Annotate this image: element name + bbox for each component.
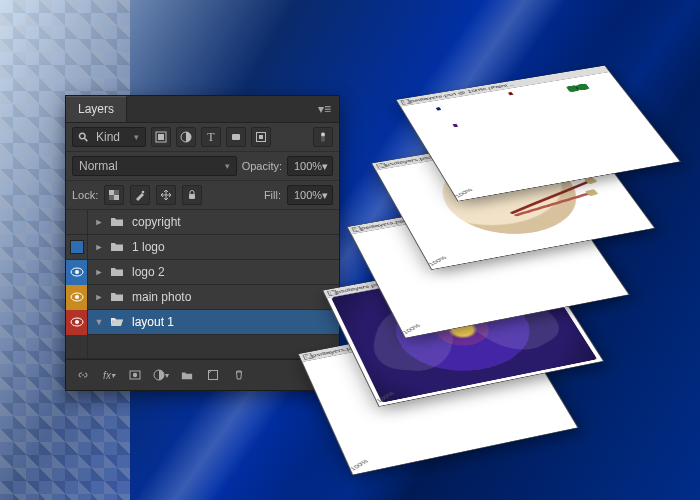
doc-title: psdlayers.psd @ 100% (Paint... bbox=[409, 67, 606, 103]
panel-footer: fx▾ ▾ bbox=[66, 359, 339, 390]
canvas-card: ☐psdlayers.psd @ 100 100% bbox=[322, 251, 604, 407]
folder-icon bbox=[110, 215, 124, 230]
zoom-label: 100% bbox=[453, 187, 475, 199]
disclosure-triangle-icon[interactable]: ► bbox=[92, 217, 106, 227]
layer-fx-icon[interactable]: fx▾ bbox=[98, 365, 120, 385]
svg-rect-3 bbox=[232, 134, 240, 140]
chevron-down-icon: ▾ bbox=[322, 160, 328, 173]
panel-tabbar: Layers ▾≡ bbox=[66, 96, 339, 123]
svg-rect-9 bbox=[114, 195, 119, 200]
zoom-label: 100% bbox=[374, 390, 396, 403]
disclosure-triangle-icon[interactable]: ► bbox=[92, 242, 106, 252]
new-adjustment-icon[interactable]: ▾ bbox=[150, 365, 172, 385]
folder-open-icon bbox=[110, 315, 124, 330]
layer-name[interactable]: main photo bbox=[132, 290, 191, 304]
layer-row[interactable]: ► 1 logo bbox=[66, 235, 339, 260]
zoom-label: 100% bbox=[427, 255, 449, 267]
disclosure-triangle-icon[interactable]: ▼ bbox=[92, 317, 106, 327]
eye-icon bbox=[70, 292, 84, 302]
svg-rect-11 bbox=[109, 195, 114, 200]
layer-stack-illustration: ☐psdlayers.psd @ 100% (Paint... 100% ☐ps… bbox=[300, 30, 640, 450]
layers-panel: Layers ▾≡ ⚲ Kind ▾ T Normal ▾ Opacity: bbox=[65, 95, 340, 391]
doc-title: psdlayers.psd @ 100 bbox=[360, 191, 558, 231]
lock-move-icon[interactable] bbox=[156, 185, 176, 205]
eye-icon bbox=[70, 267, 84, 277]
chevron-down-icon: ▾ bbox=[322, 189, 328, 202]
disclosure-triangle-icon[interactable]: ► bbox=[92, 292, 106, 302]
svg-point-15 bbox=[75, 270, 79, 274]
lock-paint-icon[interactable] bbox=[130, 185, 150, 205]
add-mask-icon[interactable] bbox=[124, 365, 146, 385]
lock-transparency-icon[interactable] bbox=[104, 185, 124, 205]
color-chip-none bbox=[70, 215, 84, 229]
doc-title: psdlayers.psd @ 100 bbox=[335, 253, 534, 294]
svg-rect-1 bbox=[158, 134, 164, 140]
color-chip-blue bbox=[70, 240, 84, 254]
filter-text-icon[interactable]: T bbox=[201, 127, 221, 147]
filter-kind-select[interactable]: ⚲ Kind ▾ bbox=[72, 127, 146, 147]
layer-name[interactable]: copyright bbox=[132, 215, 181, 229]
search-icon: ⚲ bbox=[75, 129, 91, 145]
opacity-label: Opacity: bbox=[242, 160, 282, 172]
filter-pixel-icon[interactable] bbox=[151, 127, 171, 147]
visibility-toggle[interactable] bbox=[66, 310, 88, 335]
new-group-icon[interactable] bbox=[176, 365, 198, 385]
tab-layers[interactable]: Layers bbox=[66, 96, 127, 122]
layer-row[interactable]: ► main photo bbox=[66, 285, 339, 310]
svg-point-12 bbox=[142, 191, 145, 194]
folder-icon bbox=[110, 290, 124, 305]
layer-row[interactable]: ▼ layout 1 bbox=[66, 310, 339, 335]
blend-mode-select[interactable]: Normal ▾ bbox=[72, 156, 237, 176]
doc-title: psdlayers.psd @ 100 bbox=[384, 129, 582, 167]
lock-all-icon[interactable] bbox=[182, 185, 202, 205]
new-layer-icon[interactable] bbox=[202, 365, 224, 385]
filter-toggle-switch[interactable] bbox=[313, 127, 333, 147]
layer-row-empty bbox=[66, 335, 339, 359]
folder-icon bbox=[110, 240, 124, 255]
svg-point-17 bbox=[75, 295, 79, 299]
filter-shape-icon[interactable] bbox=[226, 127, 246, 147]
zoom-label: 100% bbox=[400, 323, 422, 336]
lock-row: Lock: Fill: 100% ▾ bbox=[66, 181, 339, 210]
fill-value: 100% bbox=[294, 189, 322, 201]
layer-name[interactable]: 1 logo bbox=[132, 240, 165, 254]
svg-rect-10 bbox=[114, 190, 119, 195]
svg-point-19 bbox=[75, 320, 79, 324]
zoom-label: 100% bbox=[348, 458, 370, 472]
layer-name[interactable]: logo 2 bbox=[132, 265, 165, 279]
filter-kind-label: Kind bbox=[96, 130, 120, 144]
svg-rect-13 bbox=[189, 194, 195, 199]
blend-mode-value: Normal bbox=[79, 159, 118, 173]
canvas-card: ☐psdlayers.psd @ 100 100% bbox=[347, 189, 630, 338]
filter-smart-icon[interactable] bbox=[251, 127, 271, 147]
eye-icon bbox=[70, 317, 84, 327]
link-layers-icon[interactable] bbox=[72, 365, 94, 385]
chevron-down-icon: ▾ bbox=[225, 161, 230, 171]
layer-row[interactable]: ► copyright bbox=[66, 210, 339, 235]
visibility-toggle[interactable] bbox=[66, 334, 88, 359]
svg-point-7 bbox=[321, 133, 325, 137]
filter-adjust-icon[interactable] bbox=[176, 127, 196, 147]
folder-icon bbox=[110, 265, 124, 280]
filter-row: ⚲ Kind ▾ T bbox=[66, 123, 339, 152]
svg-rect-8 bbox=[109, 190, 114, 195]
visibility-toggle[interactable] bbox=[66, 210, 88, 235]
disclosure-triangle-icon[interactable]: ► bbox=[92, 267, 106, 277]
delete-layer-icon[interactable] bbox=[228, 365, 250, 385]
fill-field[interactable]: 100% ▾ bbox=[287, 185, 333, 205]
fill-label: Fill: bbox=[264, 189, 281, 201]
layer-name[interactable]: layout 1 bbox=[132, 315, 174, 329]
opacity-value: 100% bbox=[294, 160, 322, 172]
layer-row[interactable]: ► logo 2 bbox=[66, 260, 339, 285]
visibility-toggle[interactable] bbox=[66, 235, 88, 260]
layer-list: ► copyright ► 1 logo ► logo 2 bbox=[66, 210, 339, 359]
canvas-card: ☐psdlayers.psd @ 100 100% bbox=[371, 127, 655, 270]
opacity-field[interactable]: 100% ▾ bbox=[287, 156, 333, 176]
visibility-toggle[interactable] bbox=[66, 285, 88, 310]
panel-flyout-menu-icon[interactable]: ▾≡ bbox=[310, 98, 339, 120]
visibility-toggle[interactable] bbox=[66, 260, 88, 285]
canvas-card: ☐psdlayers.psd @ 100% (Paint... 100% bbox=[396, 65, 681, 201]
blend-row: Normal ▾ Opacity: 100% ▾ bbox=[66, 152, 339, 181]
lock-label: Lock: bbox=[72, 189, 98, 201]
doc-title: psdlayers.psd @ 100 bbox=[311, 315, 510, 358]
